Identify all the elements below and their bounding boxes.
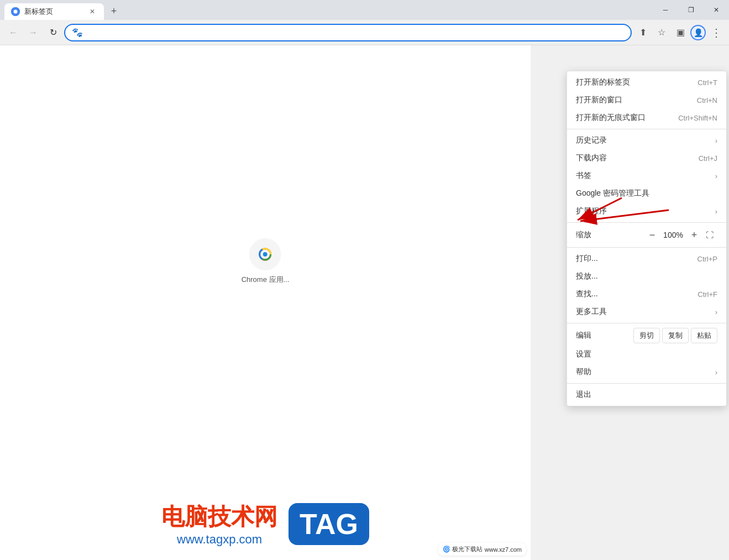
refresh-button[interactable]: ↻ [44, 24, 62, 41]
minimize-icon: ─ [663, 6, 668, 14]
title-bar: 新标签页 ✕ + ─ ❐ ✕ [0, 0, 729, 20]
toolbar: ← → ↻ 🐾 ⬆ ☆ ▣ 👤 ⋮ [0, 20, 729, 45]
menu-item-label: 打印... [576, 254, 693, 264]
copy-button[interactable]: 复制 [662, 328, 689, 343]
zoom-in-button[interactable]: + [686, 227, 702, 243]
forward-button[interactable]: → [24, 24, 42, 41]
watermark-text: 电脑技术网 www.tagxp.com [161, 501, 277, 547]
menu-item-label: Google 密码管理工具 [576, 189, 717, 198]
menu-item-label: 退出 [576, 390, 717, 400]
chrome-app-container: Chrome 应用... [242, 238, 290, 285]
menu-item-exit[interactable]: 退出 [567, 386, 726, 404]
paste-button[interactable]: 粘贴 [691, 328, 717, 343]
menu-item-label: 打开新的窗口 [576, 95, 693, 105]
menu-item-label: 设置 [576, 349, 717, 359]
menu-item-label: 投放... [576, 271, 717, 281]
menu-item-label: 下载内容 [576, 153, 694, 163]
forward-icon: → [29, 28, 38, 38]
menu-item-label: 打开新的标签页 [576, 77, 693, 87]
watermark-url: www.tagxp.com [177, 532, 262, 547]
tab-close-button[interactable]: ✕ [87, 7, 97, 17]
menu-item-extensions[interactable]: 扩展程序› [567, 202, 726, 220]
menu-divider [567, 129, 726, 129]
submenu-arrow-icon: › [715, 172, 717, 180]
svg-point-8 [263, 252, 268, 257]
chrome-app-label: Chrome 应用... [242, 275, 290, 285]
menu-item-label: 更多工具 [576, 307, 715, 317]
address-favicon: 🐾 [72, 27, 83, 38]
share-button[interactable]: ⬆ [634, 24, 652, 41]
menu-item-label: 帮助 [576, 367, 715, 377]
zoom-label: 缩放 [576, 230, 644, 240]
chrome-icon [255, 244, 275, 264]
more-icon: ⋮ [711, 26, 721, 39]
menu-item-label: 查找... [576, 289, 693, 299]
back-button[interactable]: ← [4, 24, 22, 41]
bookmark-button[interactable]: ☆ [653, 24, 670, 41]
address-bar[interactable]: 🐾 [64, 24, 632, 41]
menu-shortcut: Ctrl+N [697, 96, 717, 104]
submenu-arrow-icon: › [715, 137, 717, 145]
menu-divider [567, 323, 726, 323]
submenu-arrow-icon: › [715, 308, 717, 316]
menu-shortcut: Ctrl+P [697, 255, 717, 263]
person-icon: 👤 [694, 28, 703, 37]
menu-item-downloads[interactable]: 下载内容Ctrl+J [567, 149, 726, 167]
menu-divider [567, 383, 726, 384]
menu-item-bookmarks[interactable]: 书签› [567, 167, 726, 185]
menu-item-help[interactable]: 帮助› [567, 363, 726, 381]
corner-badge-text: 🌀 极光下载站 [443, 545, 482, 553]
minimize-button[interactable]: ─ [653, 0, 678, 20]
share-icon: ⬆ [639, 27, 647, 38]
menu-item-settings[interactable]: 设置 [567, 346, 726, 363]
back-icon: ← [9, 28, 18, 38]
zoom-value: 100% [660, 231, 686, 239]
menu-item-cast[interactable]: 投放... [567, 268, 726, 285]
submenu-arrow-icon: › [715, 207, 717, 216]
tab-favicon [11, 7, 20, 16]
maximize-button[interactable]: ❐ [678, 0, 704, 20]
menu-item-new-tab[interactable]: 打开新的标签页Ctrl+T [567, 74, 726, 91]
menu-shortcut: Ctrl+T [697, 78, 717, 87]
star-icon: ☆ [658, 27, 665, 38]
edit-row: 编辑 剪切 复制 粘贴 [567, 326, 726, 346]
submenu-arrow-icon: › [715, 368, 717, 376]
menu-divider [567, 222, 726, 223]
refresh-icon: ↻ [50, 27, 57, 38]
close-button[interactable]: ✕ [704, 0, 729, 20]
active-tab[interactable]: 新标签页 ✕ [4, 3, 104, 20]
fullscreen-button[interactable]: ⛶ [702, 227, 717, 243]
menu-item-more-tools[interactable]: 更多工具› [567, 303, 726, 321]
address-input[interactable] [87, 28, 624, 37]
edit-label: 编辑 [576, 331, 631, 341]
zoom-out-button[interactable]: − [644, 227, 660, 243]
menu-shortcut: Ctrl+J [699, 154, 717, 163]
profile-button[interactable]: 👤 [690, 25, 706, 40]
close-icon: ✕ [714, 6, 719, 14]
svg-point-1 [14, 10, 18, 14]
menu-item-find[interactable]: 查找...Ctrl+F [567, 285, 726, 303]
menu-item-history[interactable]: 历史记录› [567, 132, 726, 149]
dropdown-menu: 打开新的标签页Ctrl+T打开新的窗口Ctrl+N打开新的无痕式窗口Ctrl+S… [567, 71, 727, 406]
menu-item-label: 扩展程序 [576, 206, 715, 216]
menu-item-new-incognito[interactable]: 打开新的无痕式窗口Ctrl+Shift+N [567, 109, 726, 127]
sidebar-button[interactable]: ▣ [672, 24, 689, 41]
menu-button[interactable]: ⋮ [707, 24, 725, 41]
tab-title: 新标签页 [24, 7, 84, 17]
menu-item-new-window[interactable]: 打开新的窗口Ctrl+N [567, 91, 726, 109]
menu-item-passwords[interactable]: Google 密码管理工具 [567, 185, 726, 202]
cut-button[interactable]: 剪切 [633, 328, 660, 343]
menu-item-label: 历史记录 [576, 135, 715, 145]
new-tab-button[interactable]: + [106, 3, 122, 19]
sidebar-icon: ▣ [676, 27, 685, 38]
menu-item-label: 打开新的无痕式窗口 [576, 113, 674, 123]
main-content: Chrome 应用... 电脑技术网 www.tagxp.com TAG 🌀 极… [0, 45, 531, 560]
tab-strip: 新标签页 ✕ + [0, 0, 122, 20]
corner-badge: 🌀 极光下载站 www.xz7.com [438, 543, 526, 556]
chrome-icon-circle [249, 238, 281, 270]
menu-divider [567, 247, 726, 248]
menu-item-label: 书签 [576, 171, 715, 181]
toolbar-actions: ⬆ ☆ ▣ 👤 ⋮ [634, 24, 725, 41]
zoom-row: 缩放 − 100% + ⛶ [567, 225, 726, 245]
menu-item-print[interactable]: 打印...Ctrl+P [567, 250, 726, 268]
